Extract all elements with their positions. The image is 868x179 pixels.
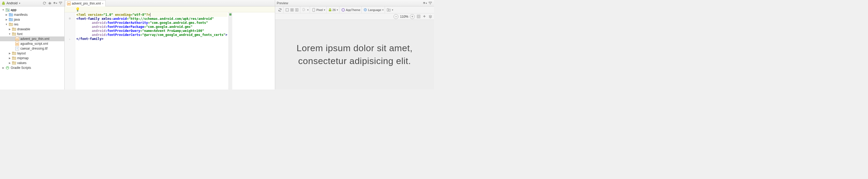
locale-selector[interactable]: Language▾ bbox=[362, 6, 385, 13]
tree-label: Gradle Scripts bbox=[11, 66, 31, 70]
tree-manifests[interactable]: ▶manifests bbox=[0, 12, 64, 17]
tree-drawable[interactable]: ▶drawable bbox=[0, 27, 64, 32]
tree-label: java bbox=[14, 18, 20, 22]
grid-icon[interactable] bbox=[290, 8, 294, 12]
svg-rect-9 bbox=[9, 18, 10, 19]
t: </ bbox=[76, 37, 80, 41]
t: "1.0" bbox=[103, 13, 113, 17]
code-area[interactable]: <?xml version="1.0" encoding="utf-8"?> <… bbox=[75, 12, 228, 90]
zoom-fit-icon[interactable] bbox=[416, 14, 421, 19]
svg-rect-29 bbox=[296, 8, 297, 11]
collapse-icon[interactable] bbox=[48, 1, 52, 5]
zoom-out-button[interactable]: − bbox=[394, 14, 398, 19]
svg-rect-30 bbox=[297, 8, 298, 11]
variants-icon[interactable] bbox=[386, 8, 391, 12]
orientation-icon[interactable] bbox=[302, 8, 306, 12]
tree-arrow-icon[interactable]: ▶ bbox=[8, 28, 11, 31]
close-icon[interactable]: × bbox=[102, 2, 103, 5]
tab-label: advent_pro_thin.xml bbox=[72, 2, 101, 5]
phone-icon bbox=[312, 8, 316, 12]
tree-arrow-icon[interactable]: ▼ bbox=[8, 33, 11, 35]
tree-java[interactable]: ▶java bbox=[0, 17, 64, 22]
svg-rect-21 bbox=[12, 61, 14, 62]
api-selector[interactable]: 26▾ bbox=[327, 6, 339, 13]
svg-rect-31 bbox=[303, 8, 304, 11]
font-preview-text: Lorem ipsum dolor sit amet, consectetur … bbox=[297, 42, 412, 67]
t: "@array/com_google_android_gms_fonts_cer… bbox=[142, 33, 225, 37]
t: android bbox=[92, 21, 105, 25]
t: android bbox=[92, 29, 105, 33]
sync-icon[interactable] bbox=[42, 1, 46, 5]
t: "http://schemas.android.com/apk/res/andr… bbox=[129, 17, 214, 21]
tree-label: drawable bbox=[17, 27, 30, 31]
svg-rect-37 bbox=[417, 15, 420, 18]
t: : bbox=[105, 33, 107, 37]
columns-icon[interactable] bbox=[295, 8, 299, 12]
t: = bbox=[148, 21, 150, 25]
hide-icon[interactable] bbox=[58, 1, 63, 5]
preview-panel: Preview ▾ ▾ Pixel▾ bbox=[275, 0, 434, 90]
preview-canvas[interactable]: Lorem ipsum dolor sit amet, consectetur … bbox=[275, 20, 434, 90]
project-view-label: Android bbox=[6, 1, 18, 5]
tree-values[interactable]: ▶values bbox=[0, 61, 64, 65]
preview-header: Preview ▾ bbox=[275, 0, 434, 6]
t: "com.google.android.gms.fonts" bbox=[150, 21, 208, 25]
t: android bbox=[92, 33, 105, 37]
svg-point-5 bbox=[8, 10, 9, 11]
tree-aguafina-xml[interactable]: <>aguafina_script.xml bbox=[0, 41, 64, 46]
api-label: 26 bbox=[333, 8, 336, 11]
layers-icon[interactable] bbox=[428, 14, 432, 19]
tree-arrow-icon[interactable]: ▶ bbox=[8, 62, 11, 64]
globe-icon bbox=[363, 8, 368, 12]
refresh-icon[interactable] bbox=[278, 8, 282, 12]
tree-layout[interactable]: ▶layout bbox=[0, 51, 64, 56]
tree-arrow-icon[interactable]: ▶ bbox=[2, 66, 5, 69]
tree-mipmap[interactable]: ▶mipmap bbox=[0, 56, 64, 61]
t bbox=[76, 29, 92, 33]
pan-icon[interactable] bbox=[422, 14, 427, 19]
code-editor[interactable]: ⊟ ⌞ <?xml version="1.0" encoding="utf-8"… bbox=[65, 12, 275, 90]
t: ?> bbox=[146, 13, 150, 17]
tree-app[interactable]: ▼app bbox=[0, 7, 64, 12]
tree-arrow-icon[interactable]: ▶ bbox=[8, 57, 11, 59]
t bbox=[76, 21, 92, 25]
svg-rect-35 bbox=[387, 8, 389, 11]
tree-arrow-icon[interactable]: ▼ bbox=[5, 23, 8, 26]
tree-caesar-ttf[interactable]: Tcaesar_dressing.ttf bbox=[0, 46, 64, 51]
tree-advent-xml[interactable]: <>advent_pro_thin.xml bbox=[0, 36, 64, 41]
device-label: Pixel bbox=[316, 8, 323, 11]
device-selector[interactable]: Pixel▾ bbox=[310, 6, 327, 13]
theme-label: AppTheme bbox=[346, 8, 360, 11]
editor-hint-strip: 💡 bbox=[65, 6, 275, 12]
zoom-in-button[interactable]: + bbox=[410, 14, 415, 19]
tree-arrow-icon[interactable]: ▶ bbox=[8, 52, 11, 55]
theme-selector[interactable]: AppTheme bbox=[340, 6, 362, 13]
t: font-family bbox=[80, 37, 101, 41]
tree-arrow-icon[interactable]: ▼ bbox=[2, 8, 5, 11]
project-view-selector[interactable]: Android ▾ bbox=[2, 1, 20, 5]
zoom-level: 110% bbox=[400, 15, 408, 19]
svg-rect-23 bbox=[429, 2, 432, 3]
svg-point-33 bbox=[342, 8, 344, 11]
tree-res[interactable]: ▼res bbox=[0, 22, 64, 27]
tree-arrow-icon[interactable]: ▶ bbox=[5, 13, 8, 16]
tree-gradle-scripts[interactable]: ▶Gradle Scripts bbox=[0, 65, 64, 70]
t: "com.google.android.gms" bbox=[146, 25, 192, 29]
tree-arrow-icon[interactable]: ▶ bbox=[5, 18, 8, 21]
surface-icon[interactable] bbox=[285, 8, 289, 12]
preview-line2: consectetur adipisicing elit. bbox=[297, 55, 412, 67]
t: : bbox=[105, 21, 107, 25]
fold-toggle[interactable]: ⊟ bbox=[65, 17, 75, 21]
tree-label: res bbox=[14, 23, 19, 26]
svg-rect-15 bbox=[12, 32, 14, 33]
settings-icon[interactable]: ▾ bbox=[53, 1, 57, 5]
editor-tab-advent[interactable]: <> advent_pro_thin.xml × bbox=[65, 0, 105, 6]
t: android bbox=[113, 17, 127, 21]
tree-font[interactable]: ▼font bbox=[0, 32, 64, 36]
lightbulb-icon[interactable]: 💡 bbox=[75, 7, 80, 11]
svg-rect-4 bbox=[6, 8, 7, 9]
preview-settings-icon[interactable]: ▾ bbox=[423, 1, 427, 5]
preview-hide-icon[interactable] bbox=[428, 1, 432, 5]
svg-point-0 bbox=[3, 2, 3, 2]
project-tree[interactable]: ▼app▶manifests▶java▼res▶drawable▼font<>a… bbox=[0, 6, 64, 90]
